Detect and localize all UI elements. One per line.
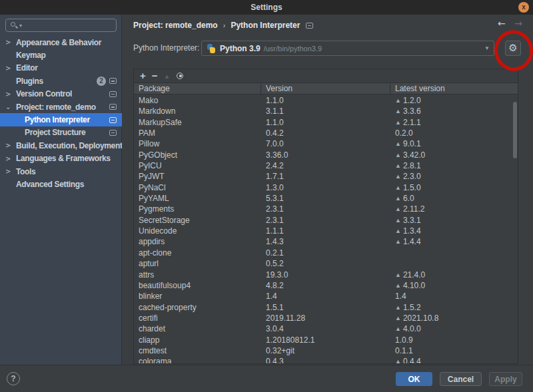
- package-name: colorama: [139, 356, 171, 363]
- back-arrow-icon[interactable]: ←: [498, 18, 506, 29]
- package-row-markupsafe[interactable]: MarkupSafe1.1.0▲2.1.1: [134, 117, 518, 128]
- sidebar-item-label: Editor: [16, 63, 38, 73]
- chevron-right-icon[interactable]: >: [5, 39, 16, 46]
- chevron-right-icon[interactable]: >: [5, 142, 16, 149]
- package-version: 1.7.1: [266, 171, 284, 182]
- chevron-down-icon[interactable]: ⌄: [5, 103, 16, 110]
- sidebar-item-advanced-settings[interactable]: Advanced Settings: [0, 178, 122, 190]
- package-row-cached-property[interactable]: cached-property1.5.1▲1.5.2: [134, 302, 518, 313]
- upgrade-arrow-icon: ▲: [395, 204, 401, 214]
- breadcrumb-project[interactable]: Project: remote_demo: [133, 21, 218, 30]
- package-row-secretstorage[interactable]: SecretStorage2.3.1▲3.3.1: [134, 215, 518, 226]
- package-row-apt-clone[interactable]: apt-clone0.2.1: [134, 248, 518, 258]
- package-version: 0.2.1: [266, 248, 284, 258]
- apply-button[interactable]: Apply: [489, 372, 522, 386]
- package-row-markdown[interactable]: Markdown3.1.1▲3.3.6: [134, 106, 518, 116]
- gear-icon[interactable]: ⚙: [505, 41, 521, 56]
- forward-arrow-icon[interactable]: →: [514, 18, 522, 29]
- remove-package-icon[interactable]: −: [152, 71, 158, 81]
- sidebar-item-version-control[interactable]: >Version Control: [0, 88, 122, 100]
- help-icon[interactable]: ?: [7, 372, 20, 385]
- cancel-button[interactable]: Cancel: [440, 372, 482, 386]
- python-logo-icon: [207, 44, 216, 53]
- package-name: SecretStorage: [139, 215, 190, 226]
- package-latest-version: ▲21.4.0: [395, 270, 425, 280]
- column-header-package[interactable]: Package: [134, 83, 261, 95]
- breadcrumb-page: Python Interpreter: [231, 21, 300, 30]
- sidebar-item-keymap[interactable]: Keymap: [0, 49, 122, 61]
- column-header-latest[interactable]: Latest version: [390, 83, 518, 95]
- package-name: apt-clone: [139, 248, 171, 258]
- package-row-appdirs[interactable]: appdirs1.4.3▲1.4.4: [134, 236, 518, 247]
- add-package-icon[interactable]: +: [140, 70, 146, 82]
- sidebar-item-project-remote-demo[interactable]: ⌄Project: remote_demo: [0, 100, 122, 113]
- package-name: attrs: [139, 270, 154, 280]
- package-version: 2.3.1: [266, 204, 284, 214]
- package-row-blinker[interactable]: blinker1.41.4: [134, 291, 518, 301]
- package-row-pillow[interactable]: Pillow7.0.0▲9.0.1: [134, 138, 518, 149]
- breadcrumb-separator: ›: [223, 21, 226, 29]
- package-row-pygments[interactable]: Pygments2.3.1▲2.11.2: [134, 204, 518, 214]
- title-bar: Settings x: [0, 0, 533, 15]
- close-icon[interactable]: x: [518, 2, 529, 13]
- package-latest-version: ▲2021.10.8: [395, 313, 438, 323]
- chevron-right-icon[interactable]: >: [5, 91, 16, 98]
- package-row-unidecode[interactable]: Unidecode1.1.1▲1.3.4: [134, 226, 518, 236]
- package-row-apturl[interactable]: apturl0.5.2: [134, 258, 518, 269]
- package-row-cliapp[interactable]: cliapp1.20180812.11.0.9: [134, 335, 518, 345]
- scrollbar-thumb[interactable]: [513, 102, 517, 158]
- package-row-pygobject[interactable]: PyGObject3.36.0▲3.42.0: [134, 150, 518, 160]
- sidebar-item-label: Project Structure: [25, 128, 85, 137]
- package-row-chardet[interactable]: chardet3.0.4▲4.0.0: [134, 323, 518, 334]
- sidebar-item-tools[interactable]: >Tools: [0, 165, 122, 178]
- package-row-mako[interactable]: Mako1.1.0▲1.2.0: [134, 95, 518, 106]
- interpreter-name: Python 3.9: [220, 44, 261, 53]
- package-latest-version: ▲4.0.0: [395, 323, 421, 334]
- sidebar-item-plugins[interactable]: Plugins2: [0, 75, 122, 87]
- sidebar-item-languages-frameworks[interactable]: >Languages & Frameworks: [0, 152, 122, 165]
- package-latest-version: ▲6.0: [395, 193, 414, 204]
- package-version: 1.1.1: [266, 226, 284, 236]
- package-row-pyjwt[interactable]: PyJWT1.7.1▲2.3.0: [134, 171, 518, 182]
- package-latest-version: ▲1.3.4: [395, 226, 421, 236]
- package-row-attrs[interactable]: attrs19.3.0▲21.4.0: [134, 270, 518, 280]
- chevron-right-icon[interactable]: >: [5, 65, 16, 72]
- package-row-beautifulsoup4[interactable]: beautifulsoup44.8.2▲4.10.0: [134, 280, 518, 291]
- package-row-pyicu[interactable]: PyICU2.4.2▲2.8.1: [134, 160, 518, 171]
- show-early-releases-icon[interactable]: [176, 72, 185, 81]
- breadcrumb: Project: remote_demo › Python Interprete…: [133, 19, 318, 31]
- package-latest-version: ▲1.4.4: [395, 236, 421, 247]
- search-input[interactable]: ▾: [5, 19, 117, 32]
- package-row-certifi[interactable]: certifi2019.11.28▲2021.10.8: [134, 313, 518, 323]
- sidebar-item-label: Appearance & Behavior: [16, 38, 101, 47]
- package-latest-version: ▲2.8.1: [395, 160, 421, 171]
- interpreter-select[interactable]: Python 3.9 /usr/bin/python3.9 ▼: [201, 41, 494, 56]
- sidebar-item-appearance-behavior[interactable]: >Appearance & Behavior: [0, 36, 122, 49]
- column-header-version[interactable]: Version: [261, 83, 390, 95]
- screen-icon: [109, 78, 117, 84]
- sidebar-item-python-interpreter[interactable]: Python Interpreter: [0, 113, 122, 126]
- upgrade-arrow-icon: ▲: [395, 193, 401, 204]
- package-latest-version: ▲0.4.4: [395, 356, 421, 363]
- package-row-colorama[interactable]: colorama0.4.3▲0.4.4: [134, 356, 518, 363]
- package-row-cmdtest[interactable]: cmdtest0.32+git0.1.1: [134, 345, 518, 356]
- package-name: PyGObject: [139, 150, 177, 160]
- package-row-pynacl[interactable]: PyNaCl1.3.0▲1.5.0: [134, 182, 518, 193]
- upgrade-arrow-icon: ▲: [395, 302, 401, 313]
- chevron-right-icon[interactable]: >: [5, 155, 16, 162]
- chevron-right-icon[interactable]: >: [5, 168, 16, 175]
- packages-toolbar: + − ▲: [134, 69, 518, 83]
- package-latest-version: ▲1.5.2: [395, 302, 421, 313]
- package-row-pyyaml[interactable]: PyYAML5.3.1▲6.0: [134, 193, 518, 204]
- package-row-pam[interactable]: PAM0.4.20.2.0: [134, 128, 518, 138]
- package-latest-version: ▲1.2.0: [395, 95, 421, 106]
- main-panel: Project: remote_demo › Python Interprete…: [123, 15, 533, 365]
- upgrade-package-icon[interactable]: ▲: [164, 73, 171, 80]
- sidebar-item-editor[interactable]: >Editor: [0, 62, 122, 75]
- sidebar-item-project-structure[interactable]: Project Structure: [0, 126, 122, 139]
- package-version: 1.20180812.1: [266, 335, 314, 345]
- ok-button[interactable]: OK: [396, 372, 432, 386]
- interpreter-row: Python Interpreter: Python 3.9 /usr/bin/…: [133, 41, 522, 57]
- package-version: 1.4: [266, 291, 277, 301]
- sidebar-item-build-execution-deployment[interactable]: >Build, Execution, Deployment: [0, 139, 122, 152]
